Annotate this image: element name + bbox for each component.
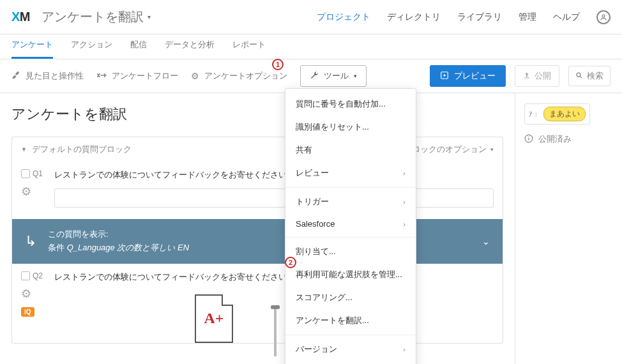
logo-m: M bbox=[20, 10, 30, 24]
publish-label: 公開 bbox=[535, 70, 551, 82]
preview-button[interactable]: プレビュー bbox=[430, 65, 506, 87]
survey-options-button[interactable]: ⚙ アンケートオプション bbox=[191, 70, 287, 82]
score-badge: まあよい bbox=[543, 107, 586, 121]
page-title-text: アンケートを翻訳 bbox=[42, 8, 144, 26]
search-icon bbox=[575, 72, 583, 81]
question-q1[interactable]: Q1 ⚙ レストランでの体験についてフィードバックをお寄せください！ bbox=[12, 162, 503, 219]
canvas: アンケートを翻訳 ▼ デフォルトの質問ブロック ブロックのオプション ▾ Q1 … bbox=[0, 93, 515, 364]
wrench-icon bbox=[310, 71, 319, 82]
chevron-down-icon: ▾ bbox=[490, 146, 494, 153]
question-block: ▼ デフォルトの質問ブロック ブロックのオプション ▾ Q1 ⚙ レストランで bbox=[11, 137, 503, 344]
status-text: 公開済み bbox=[538, 133, 572, 145]
dropdown-item[interactable]: 質問に番号を自動付加... bbox=[285, 93, 416, 116]
dropdown-item-label: スコアリング... bbox=[296, 292, 353, 303]
canvas-heading: アンケートを翻訳 bbox=[11, 105, 503, 124]
dropdown-separator bbox=[285, 237, 416, 238]
dropdown-item[interactable]: Salesforce› bbox=[285, 213, 416, 234]
play-icon bbox=[440, 71, 449, 82]
chevron-right-icon: › bbox=[403, 169, 406, 177]
q2-gear-icon[interactable]: ⚙ bbox=[21, 287, 31, 301]
tab-data[interactable]: データと分析 bbox=[165, 39, 215, 59]
tools-dropdown-menu: 質問に番号を自動付加...識別値をリセット...共有レビュー›トリガー›Sale… bbox=[285, 88, 416, 364]
dropdown-separator bbox=[285, 187, 416, 188]
slider-illustration bbox=[271, 305, 280, 356]
tools-dropdown-button[interactable]: ツール ▾ bbox=[300, 65, 367, 87]
svg-point-0 bbox=[602, 15, 605, 17]
top-link-projects[interactable]: プロジェクト bbox=[317, 11, 370, 23]
collapse-caret-icon: ▼ bbox=[21, 146, 27, 153]
dropdown-item[interactable]: 再利用可能な選択肢を管理... bbox=[285, 263, 416, 286]
paintbrush-icon bbox=[11, 71, 20, 82]
top-link-help[interactable]: ヘルプ bbox=[553, 11, 580, 23]
annotation-marker-1: 1 bbox=[272, 59, 284, 70]
survey-flow-button[interactable]: アンケートフロー bbox=[96, 70, 178, 82]
q1-input[interactable] bbox=[54, 188, 494, 208]
upload-icon bbox=[523, 72, 531, 81]
look-feel-button[interactable]: 見た目と操作性 bbox=[11, 70, 84, 82]
logo[interactable]: XM bbox=[11, 10, 30, 24]
logic-expand-icon[interactable]: ⌄ bbox=[482, 236, 490, 246]
tab-distribute[interactable]: 配信 bbox=[130, 39, 147, 59]
dropdown-item[interactable]: 識別値をリセット... bbox=[285, 116, 416, 139]
flow-icon bbox=[96, 71, 107, 82]
tab-actions[interactable]: アクション bbox=[71, 39, 112, 59]
survey-flow-label: アンケートフロー bbox=[112, 70, 178, 82]
svg-point-2 bbox=[577, 73, 580, 77]
q1-checkbox[interactable] bbox=[21, 169, 30, 178]
account-icon[interactable] bbox=[596, 10, 611, 24]
block-header[interactable]: ▼ デフォルトの質問ブロック ブロックのオプション ▾ bbox=[12, 137, 503, 162]
q2-number: Q2 bbox=[33, 271, 43, 280]
dropdown-item[interactable]: レビュー› bbox=[285, 162, 416, 185]
search-placeholder: 検索 bbox=[587, 70, 603, 82]
grade-paper-icon: A+ bbox=[195, 294, 233, 343]
dropdown-item-label: 再利用可能な選択肢を管理... bbox=[296, 269, 402, 280]
dropdown-item-label: 識別値をリセット... bbox=[296, 121, 369, 133]
publish-button: 公開 bbox=[515, 65, 559, 87]
q2-checkbox[interactable] bbox=[21, 271, 30, 280]
page-title-dropdown[interactable]: アンケートを翻訳 ▾ bbox=[42, 8, 151, 26]
score-row[interactable]: ｱ： まあよい bbox=[524, 103, 590, 125]
dropdown-item[interactable]: トリガー› bbox=[285, 190, 416, 213]
top-link-admin[interactable]: 管理 bbox=[519, 11, 536, 23]
chevron-right-icon: › bbox=[403, 220, 406, 228]
info-icon bbox=[524, 134, 533, 145]
logic-prefix: 条件 bbox=[48, 243, 64, 252]
status-row: 公開済み bbox=[524, 133, 613, 145]
tab-survey[interactable]: アンケート bbox=[11, 39, 53, 59]
chevron-right-icon: › bbox=[403, 198, 406, 206]
logic-value: EN bbox=[178, 243, 189, 252]
chevron-down-icon: ▾ bbox=[354, 73, 357, 79]
dropdown-item[interactable]: 共有 bbox=[285, 139, 416, 162]
dropdown-item-label: 共有 bbox=[296, 144, 312, 156]
toolbar-right: プレビュー 公開 検索 bbox=[430, 65, 611, 87]
dropdown-item-label: アンケートを翻訳... bbox=[296, 315, 369, 326]
search-box[interactable]: 検索 bbox=[568, 66, 611, 86]
top-nav: プロジェクト ディレクトリ ライブラリ 管理 ヘルプ bbox=[317, 10, 611, 24]
tabbar: アンケート アクション 配信 データと分析 レポート bbox=[0, 34, 622, 59]
block-options-button[interactable]: ブロックのオプション ▾ bbox=[404, 144, 494, 155]
dropdown-item[interactable]: アンケートを翻訳... bbox=[285, 309, 416, 332]
dropdown-item[interactable]: 割り当て... bbox=[285, 240, 416, 263]
dropdown-item[interactable]: スコアリング... bbox=[285, 286, 416, 309]
dropdown-item-label: レビュー bbox=[296, 167, 329, 179]
q1-text: レストランでの体験についてフィードバックをお寄せください！ bbox=[54, 169, 494, 181]
gear-icon: ⚙ bbox=[191, 71, 199, 81]
display-logic-bar[interactable]: ↳ この質問を表示: 条件 Q_Language 次の数と等しい EN ⌄ bbox=[12, 219, 503, 264]
dropdown-item[interactable]: バージョン› bbox=[285, 338, 416, 361]
logic-field: Q_Language bbox=[67, 243, 115, 252]
svg-rect-5 bbox=[528, 136, 529, 137]
grade-text: A+ bbox=[204, 310, 224, 327]
logic-arrow-icon: ↳ bbox=[25, 233, 36, 250]
q1-gear-icon[interactable]: ⚙ bbox=[21, 185, 31, 199]
annotation-marker-2: 2 bbox=[285, 257, 296, 268]
chevron-right-icon: › bbox=[403, 345, 406, 353]
top-link-library[interactable]: ライブラリ bbox=[457, 11, 502, 23]
chevron-down-icon: ▾ bbox=[148, 13, 151, 20]
dropdown-item[interactable]: インポート / エクスポート› bbox=[285, 361, 416, 364]
iq-badge[interactable]: iQ bbox=[21, 307, 34, 317]
dropdown-item-label: Salesforce bbox=[296, 219, 335, 229]
tab-reports[interactable]: レポート bbox=[232, 39, 266, 59]
top-link-directory[interactable]: ディレクトリ bbox=[387, 11, 441, 23]
question-q2[interactable]: Q2 ⚙ iQ レストランでの体験についてフィードバックをお寄せください！ A+ bbox=[12, 264, 503, 343]
preview-label: プレビュー bbox=[454, 70, 496, 82]
